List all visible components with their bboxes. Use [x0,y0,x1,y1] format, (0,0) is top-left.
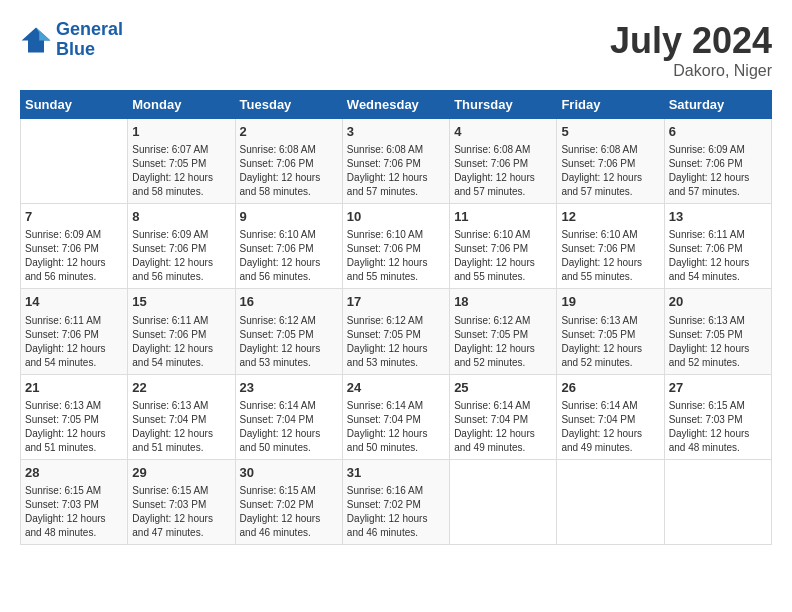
day-info: Sunrise: 6:11 AM Sunset: 7:06 PM Dayligh… [132,314,230,370]
day-number: 27 [669,379,767,397]
day-number: 2 [240,123,338,141]
day-number: 20 [669,293,767,311]
day-number: 9 [240,208,338,226]
day-cell: 13Sunrise: 6:11 AM Sunset: 7:06 PM Dayli… [664,204,771,289]
day-info: Sunrise: 6:09 AM Sunset: 7:06 PM Dayligh… [132,228,230,284]
day-info: Sunrise: 6:14 AM Sunset: 7:04 PM Dayligh… [240,399,338,455]
day-number: 1 [132,123,230,141]
day-info: Sunrise: 6:07 AM Sunset: 7:05 PM Dayligh… [132,143,230,199]
day-number: 26 [561,379,659,397]
week-row-4: 21Sunrise: 6:13 AM Sunset: 7:05 PM Dayli… [21,374,772,459]
day-info: Sunrise: 6:13 AM Sunset: 7:05 PM Dayligh… [25,399,123,455]
day-info: Sunrise: 6:13 AM Sunset: 7:05 PM Dayligh… [561,314,659,370]
subtitle: Dakoro, Niger [610,62,772,80]
day-info: Sunrise: 6:08 AM Sunset: 7:06 PM Dayligh… [561,143,659,199]
day-number: 15 [132,293,230,311]
day-info: Sunrise: 6:12 AM Sunset: 7:05 PM Dayligh… [240,314,338,370]
day-cell: 21Sunrise: 6:13 AM Sunset: 7:05 PM Dayli… [21,374,128,459]
day-cell: 18Sunrise: 6:12 AM Sunset: 7:05 PM Dayli… [450,289,557,374]
day-number: 21 [25,379,123,397]
day-cell: 2Sunrise: 6:08 AM Sunset: 7:06 PM Daylig… [235,119,342,204]
logo: General Blue [20,20,123,60]
day-cell: 20Sunrise: 6:13 AM Sunset: 7:05 PM Dayli… [664,289,771,374]
day-cell: 9Sunrise: 6:10 AM Sunset: 7:06 PM Daylig… [235,204,342,289]
day-cell: 3Sunrise: 6:08 AM Sunset: 7:06 PM Daylig… [342,119,449,204]
header-cell-sunday: Sunday [21,91,128,119]
day-cell: 26Sunrise: 6:14 AM Sunset: 7:04 PM Dayli… [557,374,664,459]
day-info: Sunrise: 6:15 AM Sunset: 7:02 PM Dayligh… [240,484,338,540]
day-info: Sunrise: 6:08 AM Sunset: 7:06 PM Dayligh… [454,143,552,199]
day-number: 11 [454,208,552,226]
day-number: 31 [347,464,445,482]
day-number: 6 [669,123,767,141]
day-cell: 28Sunrise: 6:15 AM Sunset: 7:03 PM Dayli… [21,459,128,544]
day-info: Sunrise: 6:14 AM Sunset: 7:04 PM Dayligh… [454,399,552,455]
day-number: 17 [347,293,445,311]
day-info: Sunrise: 6:13 AM Sunset: 7:04 PM Dayligh… [132,399,230,455]
day-info: Sunrise: 6:12 AM Sunset: 7:05 PM Dayligh… [454,314,552,370]
week-row-5: 28Sunrise: 6:15 AM Sunset: 7:03 PM Dayli… [21,459,772,544]
day-number: 22 [132,379,230,397]
day-cell: 22Sunrise: 6:13 AM Sunset: 7:04 PM Dayli… [128,374,235,459]
day-cell: 23Sunrise: 6:14 AM Sunset: 7:04 PM Dayli… [235,374,342,459]
day-cell: 19Sunrise: 6:13 AM Sunset: 7:05 PM Dayli… [557,289,664,374]
main-title: July 2024 [610,20,772,62]
day-cell: 31Sunrise: 6:16 AM Sunset: 7:02 PM Dayli… [342,459,449,544]
day-info: Sunrise: 6:11 AM Sunset: 7:06 PM Dayligh… [669,228,767,284]
day-number: 8 [132,208,230,226]
day-number: 5 [561,123,659,141]
day-number: 23 [240,379,338,397]
day-info: Sunrise: 6:09 AM Sunset: 7:06 PM Dayligh… [669,143,767,199]
day-number: 29 [132,464,230,482]
day-number: 10 [347,208,445,226]
day-info: Sunrise: 6:10 AM Sunset: 7:06 PM Dayligh… [347,228,445,284]
day-number: 7 [25,208,123,226]
day-cell: 25Sunrise: 6:14 AM Sunset: 7:04 PM Dayli… [450,374,557,459]
day-number: 13 [669,208,767,226]
day-number: 4 [454,123,552,141]
day-cell [450,459,557,544]
day-cell [664,459,771,544]
day-cell: 27Sunrise: 6:15 AM Sunset: 7:03 PM Dayli… [664,374,771,459]
logo-text: General Blue [56,20,123,60]
header-row: SundayMondayTuesdayWednesdayThursdayFrid… [21,91,772,119]
header-cell-saturday: Saturday [664,91,771,119]
day-info: Sunrise: 6:15 AM Sunset: 7:03 PM Dayligh… [25,484,123,540]
week-row-3: 14Sunrise: 6:11 AM Sunset: 7:06 PM Dayli… [21,289,772,374]
day-cell: 7Sunrise: 6:09 AM Sunset: 7:06 PM Daylig… [21,204,128,289]
week-row-2: 7Sunrise: 6:09 AM Sunset: 7:06 PM Daylig… [21,204,772,289]
day-cell: 17Sunrise: 6:12 AM Sunset: 7:05 PM Dayli… [342,289,449,374]
day-cell: 4Sunrise: 6:08 AM Sunset: 7:06 PM Daylig… [450,119,557,204]
day-number: 14 [25,293,123,311]
day-number: 24 [347,379,445,397]
header-cell-friday: Friday [557,91,664,119]
header-cell-monday: Monday [128,91,235,119]
day-info: Sunrise: 6:10 AM Sunset: 7:06 PM Dayligh… [454,228,552,284]
day-info: Sunrise: 6:16 AM Sunset: 7:02 PM Dayligh… [347,484,445,540]
day-cell: 16Sunrise: 6:12 AM Sunset: 7:05 PM Dayli… [235,289,342,374]
day-cell [557,459,664,544]
day-number: 19 [561,293,659,311]
calendar-header: SundayMondayTuesdayWednesdayThursdayFrid… [21,91,772,119]
day-number: 12 [561,208,659,226]
logo-icon [20,26,52,54]
day-info: Sunrise: 6:15 AM Sunset: 7:03 PM Dayligh… [132,484,230,540]
day-info: Sunrise: 6:12 AM Sunset: 7:05 PM Dayligh… [347,314,445,370]
day-number: 3 [347,123,445,141]
day-cell [21,119,128,204]
day-info: Sunrise: 6:15 AM Sunset: 7:03 PM Dayligh… [669,399,767,455]
day-number: 16 [240,293,338,311]
day-info: Sunrise: 6:08 AM Sunset: 7:06 PM Dayligh… [347,143,445,199]
day-info: Sunrise: 6:14 AM Sunset: 7:04 PM Dayligh… [561,399,659,455]
page-header: General Blue July 2024 Dakoro, Niger [20,20,772,80]
day-cell: 14Sunrise: 6:11 AM Sunset: 7:06 PM Dayli… [21,289,128,374]
day-cell: 8Sunrise: 6:09 AM Sunset: 7:06 PM Daylig… [128,204,235,289]
day-info: Sunrise: 6:13 AM Sunset: 7:05 PM Dayligh… [669,314,767,370]
header-cell-thursday: Thursday [450,91,557,119]
title-area: July 2024 Dakoro, Niger [610,20,772,80]
day-cell: 29Sunrise: 6:15 AM Sunset: 7:03 PM Dayli… [128,459,235,544]
day-cell: 30Sunrise: 6:15 AM Sunset: 7:02 PM Dayli… [235,459,342,544]
day-cell: 5Sunrise: 6:08 AM Sunset: 7:06 PM Daylig… [557,119,664,204]
day-cell: 12Sunrise: 6:10 AM Sunset: 7:06 PM Dayli… [557,204,664,289]
header-cell-tuesday: Tuesday [235,91,342,119]
